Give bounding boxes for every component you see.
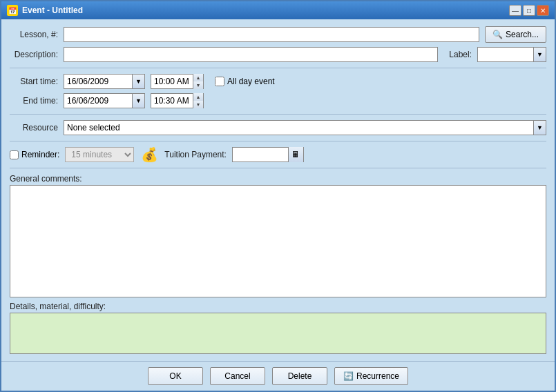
lesson-row: Lesson, #: 🔍 Search... bbox=[10, 26, 546, 43]
resource-label: Resource bbox=[10, 123, 58, 133]
resource-value: None selected bbox=[64, 121, 533, 134]
button-bar: OK Cancel Delete 🔄 Recurrence bbox=[1, 361, 555, 391]
reminder-checkbox[interactable] bbox=[10, 150, 19, 159]
start-time-spinners: ▲ ▼ bbox=[193, 74, 203, 89]
start-date-dropdown-button[interactable]: ▼ bbox=[133, 74, 145, 89]
end-time-spin: ▲ ▼ bbox=[151, 93, 204, 108]
minimize-button[interactable]: — bbox=[509, 5, 521, 16]
reminder-time-select[interactable]: 15 minutes 30 minutes 1 hour 1 day bbox=[65, 147, 134, 162]
form-content: Lesson, #: 🔍 Search... Description: Labe… bbox=[1, 19, 555, 361]
window-title: Event - Untitled bbox=[22, 6, 83, 15]
label-field-label: Label: bbox=[449, 50, 472, 59]
details-section: Details, material, difficulty: bbox=[10, 302, 546, 354]
cancel-button[interactable]: Cancel bbox=[210, 367, 265, 385]
description-label: Description: bbox=[10, 50, 58, 59]
general-comments-textarea[interactable] bbox=[10, 185, 546, 297]
search-button[interactable]: 🔍 Search... bbox=[485, 26, 546, 43]
resource-dropdown-button[interactable]: ▼ bbox=[533, 121, 546, 135]
separator-4 bbox=[10, 168, 546, 168]
end-date-wrapper: ▼ bbox=[64, 93, 145, 108]
money-icon: 💰 bbox=[140, 147, 159, 162]
end-time-down-button[interactable]: ▼ bbox=[193, 101, 203, 108]
end-time-label: End time: bbox=[10, 96, 58, 106]
label-select-wrapper: ▼ bbox=[477, 47, 546, 62]
end-date-dropdown-button[interactable]: ▼ bbox=[133, 93, 145, 108]
details-textarea[interactable] bbox=[10, 313, 546, 354]
title-bar-left: 📅 Event - Untitled bbox=[7, 5, 83, 16]
recurrence-button[interactable]: 🔄 Recurrence bbox=[334, 367, 408, 385]
search-button-label: Search... bbox=[506, 30, 539, 39]
start-time-down-button[interactable]: ▼ bbox=[193, 81, 203, 89]
start-time-spin: ▲ ▼ bbox=[151, 74, 204, 89]
end-date-input[interactable] bbox=[64, 93, 133, 108]
separator-3 bbox=[10, 141, 546, 141]
general-comments-section: General comments: bbox=[10, 174, 546, 297]
start-time-label: Start time: bbox=[10, 77, 58, 86]
end-time-input[interactable] bbox=[151, 94, 193, 108]
event-window: 📅 Event - Untitled — □ ✕ Lesson, #: 🔍 Se… bbox=[0, 0, 556, 392]
title-buttons: — □ ✕ bbox=[509, 5, 549, 16]
reminder-select-wrapper: 15 minutes 30 minutes 1 hour 1 day bbox=[65, 147, 134, 162]
tuition-input[interactable] bbox=[233, 148, 288, 161]
reminder-check-wrapper: Reminder: bbox=[10, 150, 59, 159]
recurrence-icon: 🔄 bbox=[343, 371, 354, 381]
lesson-input[interactable] bbox=[64, 27, 479, 42]
maximize-button[interactable]: □ bbox=[523, 5, 535, 16]
ok-button[interactable]: OK bbox=[148, 367, 203, 385]
title-bar: 📅 Event - Untitled — □ ✕ bbox=[1, 1, 555, 19]
separator-1 bbox=[10, 68, 546, 68]
lesson-label: Lesson, #: bbox=[10, 30, 58, 39]
start-time-input[interactable] bbox=[151, 75, 193, 88]
all-day-checkbox[interactable] bbox=[215, 77, 224, 86]
search-icon: 🔍 bbox=[492, 30, 503, 39]
all-day-label: All day event bbox=[227, 77, 275, 86]
reminder-label: Reminder: bbox=[21, 150, 59, 159]
start-date-wrapper: ▼ bbox=[64, 74, 145, 89]
description-input[interactable] bbox=[64, 47, 438, 62]
end-time-up-button[interactable]: ▲ bbox=[193, 93, 203, 101]
calculator-icon: 🖩 bbox=[291, 150, 300, 159]
separator-2 bbox=[10, 114, 546, 115]
start-time-up-button[interactable]: ▲ bbox=[193, 74, 203, 81]
reminder-row: Reminder: 15 minutes 30 minutes 1 hour 1… bbox=[10, 147, 546, 162]
all-day-check: All day event bbox=[215, 77, 275, 86]
end-time-spinners: ▲ ▼ bbox=[193, 93, 203, 108]
calculator-button[interactable]: 🖩 bbox=[288, 147, 303, 162]
end-time-row: End time: ▼ ▲ ▼ bbox=[10, 93, 546, 108]
description-row: Description: Label: ▼ bbox=[10, 47, 546, 62]
start-time-row: Start time: ▼ ▲ ▼ All day event bbox=[10, 74, 546, 89]
details-label: Details, material, difficulty: bbox=[10, 302, 546, 311]
tuition-label: Tuition Payment: bbox=[164, 150, 227, 159]
label-dropdown-button[interactable]: ▼ bbox=[533, 48, 546, 61]
resource-row: Resource None selected ▼ bbox=[10, 120, 546, 135]
resource-wrapper: None selected ▼ bbox=[64, 120, 546, 135]
window-icon: 📅 bbox=[7, 5, 18, 16]
general-comments-label: General comments: bbox=[10, 174, 546, 184]
close-button[interactable]: ✕ bbox=[537, 5, 549, 16]
tuition-input-wrapper: 🖩 bbox=[232, 147, 304, 162]
recurrence-label: Recurrence bbox=[356, 371, 399, 381]
start-date-input[interactable] bbox=[64, 74, 133, 89]
delete-button[interactable]: Delete bbox=[272, 367, 327, 385]
